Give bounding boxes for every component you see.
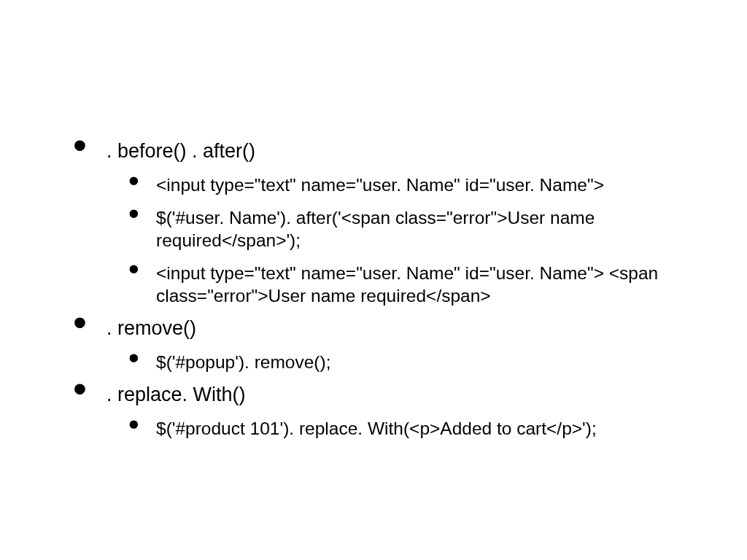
bullet-dot: • xyxy=(128,166,139,196)
bullet-dot: • xyxy=(73,303,87,342)
item-remove: • . remove() • $('#popup'). remove(); xyxy=(73,314,671,373)
bullet-dot: • xyxy=(128,254,139,284)
sub-item-text: $('#popup'). remove(); xyxy=(156,351,671,373)
bullet-dot: • xyxy=(128,198,139,229)
sub-item: • <input type="text" name="user. Name" i… xyxy=(128,262,671,307)
sub-item: • <input type="text" name="user. Name" i… xyxy=(128,174,671,196)
item-label: . replace. With() xyxy=(107,381,671,407)
item-label: . before() . after() xyxy=(107,137,671,163)
slide-content: • . before() . after() • <input type="te… xyxy=(0,0,747,560)
sub-item-text: <input type="text" name="user. Name" id=… xyxy=(156,174,671,196)
sub-item: • $('#user. Name'). after('<span class="… xyxy=(128,206,671,252)
bullet-dot: • xyxy=(128,409,139,440)
sub-item-text: $('#user. Name'). after('<span class="er… xyxy=(156,206,671,252)
item-before-after: • . before() . after() • <input type="te… xyxy=(73,137,671,307)
sub-item-text: $('#product 101'). replace. With(<p>Adde… xyxy=(156,417,671,440)
bullet-dot: • xyxy=(73,369,87,408)
sub-item: • $('#product 101'). replace. With(<p>Ad… xyxy=(128,417,671,440)
inner-list: • $('#product 101'). replace. With(<p>Ad… xyxy=(107,417,671,440)
sub-item-text: <input type="text" name="user. Name" id=… xyxy=(156,262,671,307)
item-label: . remove() xyxy=(107,314,671,341)
inner-list: • <input type="text" name="user. Name" i… xyxy=(107,174,671,307)
sub-item: • $('#popup'). remove(); xyxy=(128,351,671,373)
inner-list: • $('#popup'). remove(); xyxy=(107,351,671,373)
outer-list: • . before() . after() • <input type="te… xyxy=(73,137,671,447)
bullet-dot: • xyxy=(73,125,87,165)
bullet-dot: • xyxy=(128,343,139,373)
item-replacewith: • . replace. With() • $('#product 101').… xyxy=(73,381,671,440)
